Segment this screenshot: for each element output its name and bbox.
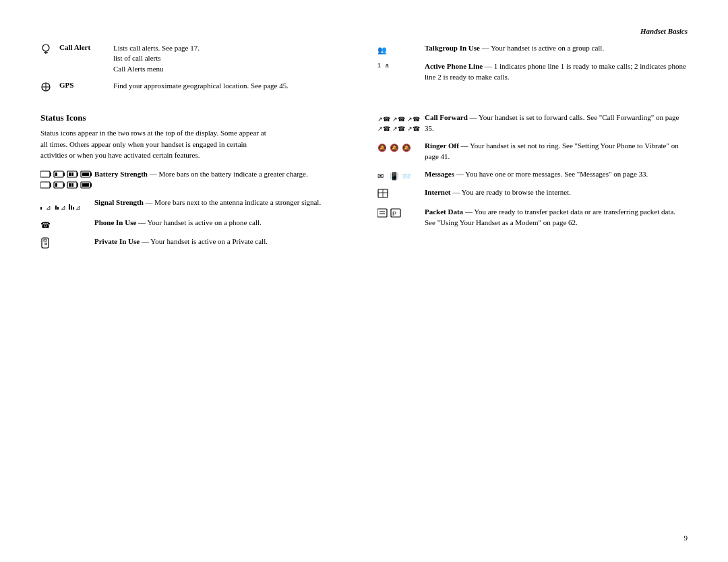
- svg-rect-36: [69, 204, 70, 210]
- svg-rect-31: [40, 207, 42, 210]
- packet-data-icons: P: [377, 207, 425, 220]
- svg-text:📳: 📳: [390, 171, 399, 181]
- ringer-off-entry: 🔕 🔕 🔕 Ringer Off — Your handset is set n…: [377, 141, 688, 162]
- phone-in-use-text: Phone In Use — Your handset is active on…: [94, 218, 351, 228]
- talkgroup-text: Talkgroup In Use — Your handset is activ…: [425, 43, 688, 54]
- call-alert-text: Lists call alerts. See page 17.list of c…: [113, 43, 351, 74]
- call-alert-label: Call Alert: [59, 43, 113, 51]
- signal-strength-entry: ⊿ ⊿ ⊿ Signal Strength — More bars: [40, 197, 351, 212]
- call-forward-text: Call Forward — Your handset is set to fo…: [425, 113, 688, 134]
- svg-text:👥: 👥: [377, 45, 387, 55]
- svg-rect-20: [50, 183, 51, 187]
- svg-rect-42: [44, 239, 47, 241]
- svg-text:⊿: ⊿: [46, 204, 51, 211]
- status-icons-desc: Status icons appear in the two rows at t…: [40, 127, 270, 161]
- svg-rect-22: [55, 183, 57, 187]
- svg-rect-10: [55, 173, 57, 176]
- messages-icons: ✉ 📳 📨: [377, 169, 425, 181]
- svg-rect-26: [71, 183, 73, 187]
- svg-rect-15: [77, 173, 78, 176]
- active-phone-line-entry: 1 a Active Phone Line — 1 indicates phon…: [377, 61, 688, 83]
- signal-strength-text: Signal Strength — More bars next to the …: [94, 197, 351, 208]
- svg-text:↗☎: ↗☎: [377, 125, 390, 132]
- call-forward-entry: ↗☎ ↗☎ ↗☎ ↗☎ ↗☎ ↗☎ Call Forward — Your ha…: [377, 113, 688, 134]
- active-phone-line-icon: 1 a: [377, 61, 425, 69]
- ringer-off-icons: 🔕 🔕 🔕: [377, 141, 425, 152]
- svg-rect-18: [90, 173, 92, 176]
- page-number: 9: [684, 534, 688, 542]
- svg-rect-27: [77, 183, 78, 187]
- svg-text:↗☎: ↗☎: [392, 125, 405, 132]
- private-in-use-icon: [40, 237, 94, 249]
- private-in-use-text: Private In Use — Your handset is active …: [94, 237, 351, 247]
- ringer-off-text: Ringer Off — Your handset is set not to …: [425, 141, 688, 162]
- talkgroup-icon: 👥: [377, 43, 425, 55]
- signal-strength-icons: ⊿ ⊿ ⊿: [40, 197, 94, 212]
- gps-text: Find your approximate geographical locat…: [113, 81, 351, 91]
- svg-rect-23: [63, 183, 65, 187]
- left-col: Status Icons Status icons appear in the …: [40, 113, 351, 259]
- packet-data-text: Packet Data — You are ready to transfer …: [425, 207, 688, 228]
- svg-text:↗☎: ↗☎: [392, 116, 405, 123]
- svg-point-0: [42, 44, 49, 51]
- svg-rect-19: [40, 182, 50, 188]
- internet-entry: Internet — You are ready to browse the i…: [377, 187, 688, 200]
- header-title: Handset Basics: [640, 27, 688, 35]
- svg-rect-14: [71, 173, 73, 176]
- svg-rect-30: [90, 183, 92, 187]
- svg-text:↗☎: ↗☎: [407, 125, 420, 132]
- svg-text:✉: ✉: [377, 172, 384, 180]
- main-content: Status Icons Status icons appear in the …: [40, 113, 688, 259]
- phone-in-use-entry: ☎ Phone In Use — Your handset is active …: [40, 218, 351, 230]
- svg-text:🔕: 🔕: [377, 143, 387, 152]
- svg-rect-8: [50, 173, 51, 176]
- messages-entry: ✉ 📳 📨 Messages — You have one or more me…: [377, 169, 688, 181]
- svg-text:P: P: [392, 210, 396, 217]
- internet-icon: [377, 187, 425, 200]
- top-section: Call Alert Lists call alerts. See page 1…: [40, 43, 688, 100]
- svg-text:↗☎: ↗☎: [377, 116, 390, 123]
- svg-text:↗☎: ↗☎: [407, 116, 420, 123]
- top-left-col: Call Alert Lists call alerts. See page 1…: [40, 43, 351, 100]
- internet-text: Internet — You are ready to browse the i…: [425, 187, 688, 198]
- top-right-col: 👥 Talkgroup In Use — Your handset is act…: [377, 43, 688, 100]
- talkgroup-entry: 👥 Talkgroup In Use — Your handset is act…: [377, 43, 688, 55]
- gps-entry: GPS Find your approximate geographical l…: [40, 81, 351, 94]
- svg-text:☎: ☎: [40, 220, 51, 230]
- call-forward-icons: ↗☎ ↗☎ ↗☎ ↗☎ ↗☎ ↗☎: [377, 113, 425, 133]
- svg-rect-61: [377, 209, 387, 217]
- svg-rect-7: [40, 171, 50, 177]
- messages-text: Messages — You have one or more messages…: [425, 169, 688, 180]
- status-icons-section: Status Icons Status icons appear in the …: [40, 113, 351, 249]
- svg-text:🔕: 🔕: [402, 143, 411, 152]
- battery-strength-icons: [40, 169, 94, 191]
- battery-strength-text: Battery Strength — More bars on the batt…: [94, 169, 351, 180]
- status-icons-title: Status Icons: [40, 113, 351, 123]
- packet-data-entry: P Packet Data — You are ready to transfe…: [377, 207, 688, 228]
- call-alert-icon: [40, 44, 59, 56]
- svg-rect-38: [73, 207, 74, 210]
- phone-in-use-icon: ☎: [40, 218, 94, 230]
- battery-strength-entry: Battery Strength — More bars on the batt…: [40, 169, 351, 191]
- svg-rect-25: [69, 183, 71, 187]
- svg-rect-34: [57, 207, 59, 210]
- svg-rect-17: [82, 173, 89, 176]
- svg-text:📨: 📨: [402, 171, 411, 181]
- right-col: ↗☎ ↗☎ ↗☎ ↗☎ ↗☎ ↗☎ Call Forward — Your ha…: [377, 113, 688, 259]
- call-alert-entry: Call Alert Lists call alerts. See page 1…: [40, 43, 351, 74]
- svg-text:⊿: ⊿: [61, 204, 66, 211]
- svg-rect-11: [63, 173, 65, 176]
- active-phone-line-text: Active Phone Line — 1 indicates phone li…: [425, 61, 688, 83]
- svg-rect-13: [69, 173, 71, 176]
- gps-icon: [40, 82, 59, 94]
- gps-label: GPS: [59, 81, 113, 89]
- page-header: Handset Basics: [40, 27, 688, 35]
- svg-rect-37: [71, 206, 72, 210]
- svg-rect-29: [82, 183, 89, 187]
- svg-rect-33: [55, 206, 57, 210]
- svg-text:🔕: 🔕: [390, 143, 399, 152]
- page: Handset Basics Call Alert Lists call ale…: [0, 0, 728, 562]
- private-in-use-entry: Private In Use — Your handset is active …: [40, 237, 351, 249]
- svg-text:⊿: ⊿: [75, 204, 81, 211]
